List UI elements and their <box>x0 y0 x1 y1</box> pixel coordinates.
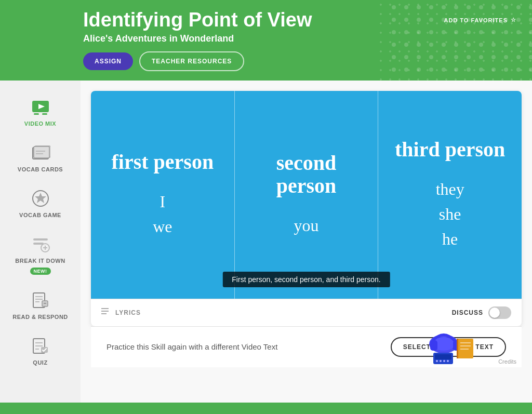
new-badge: NEW! <box>30 268 51 275</box>
second-person-words: you <box>294 213 319 238</box>
read-respond-icon <box>30 289 51 311</box>
page-subtitle: Alice's Adventures in Wonderland <box>83 33 516 44</box>
discuss-toggle[interactable] <box>488 306 511 319</box>
discuss-row: DISCUSS <box>452 306 511 319</box>
lyrics-icon <box>101 308 112 317</box>
sidebar-item-quiz[interactable]: QUIZ <box>0 330 81 371</box>
quiz-icon <box>30 335 51 357</box>
read-respond-label: READ & RESPOND <box>12 314 68 320</box>
svg-point-44 <box>447 360 449 362</box>
add-to-favorites-button[interactable]: ADD TO FAVORITES ☆ <box>444 17 516 23</box>
sidebar-item-read-respond[interactable]: READ & RESPOND <box>0 284 81 326</box>
svg-rect-35 <box>457 339 458 358</box>
video-col-first-person: first person Iwe <box>91 91 235 299</box>
svg-marker-10 <box>35 193 46 203</box>
second-person-term: second person <box>245 152 368 197</box>
svg-point-43 <box>443 360 445 362</box>
credits-link[interactable]: Credits <box>498 358 516 365</box>
vocab-cards-label: VOCAB CARDS <box>18 166 63 173</box>
first-person-term: first person <box>112 151 214 173</box>
sidebar-item-video-mix[interactable]: VIDEO MIX <box>0 91 81 132</box>
svg-rect-32 <box>430 340 437 351</box>
sidebar-item-vocab-cards[interactable]: VOCAB CARDS <box>0 137 81 178</box>
video-controls: LYRICS DISCUSS <box>91 299 522 326</box>
vocab-game-icon <box>30 188 51 209</box>
sidebar-item-break-it-down[interactable]: BREAK IT DOWN NEW! <box>0 228 81 279</box>
practice-text: Practice this Skill again with a differe… <box>107 342 277 351</box>
video-caption: First person, second person, and third p… <box>222 272 390 287</box>
video-card: first person Iwe second person you third… <box>91 91 522 326</box>
first-person-words: Iwe <box>153 189 172 239</box>
video-mix-label: VIDEO MIX <box>24 121 56 127</box>
svg-point-41 <box>436 360 438 362</box>
svg-rect-3 <box>42 113 47 115</box>
video-columns: first person Iwe second person you third… <box>91 91 522 299</box>
video-mix-icon <box>30 96 51 118</box>
svg-rect-11 <box>33 238 48 241</box>
discuss-label: DISCUSS <box>452 309 483 316</box>
lyrics-label: LYRICS <box>115 309 141 316</box>
sidebar-item-vocab-game[interactable]: VOCAB GAME <box>0 182 81 224</box>
page-header: Identifying Point of View Alice's Advent… <box>0 0 532 81</box>
video-display: first person Iwe second person you third… <box>91 91 522 299</box>
star-icon: ☆ <box>511 17 516 23</box>
quiz-label: QUIZ <box>33 359 47 366</box>
content-area: first person Iwe second person you third… <box>81 81 532 403</box>
teacher-resources-button[interactable]: TEACHER RESOURCES <box>139 51 244 71</box>
vocab-cards-icon <box>30 142 51 164</box>
third-person-term: third person <box>395 138 505 161</box>
bottom-bar: Practice this Skill again with a differe… <box>91 326 522 367</box>
main-layout: VIDEO MIX VOCAB CARDS VOC <box>0 81 532 403</box>
third-person-words: theyshehe <box>436 177 464 251</box>
svg-rect-6 <box>34 146 49 158</box>
vocab-game-label: VOCAB GAME <box>19 212 61 219</box>
svg-rect-34 <box>457 339 473 358</box>
svg-point-42 <box>440 360 442 362</box>
video-col-second-person: second person you <box>235 91 379 299</box>
sidebar: VIDEO MIX VOCAB CARDS VOC <box>0 81 81 403</box>
svg-rect-2 <box>34 113 39 115</box>
svg-rect-40 <box>435 354 451 359</box>
headphones-illustration <box>423 326 480 367</box>
video-col-third-person: third person theyshehe <box>378 91 522 299</box>
break-it-down-icon <box>30 233 51 255</box>
break-it-down-label: BREAK IT DOWN <box>15 258 65 264</box>
assign-button[interactable]: ASSIGN <box>83 52 133 70</box>
lyrics-button[interactable]: LYRICS <box>101 308 141 317</box>
